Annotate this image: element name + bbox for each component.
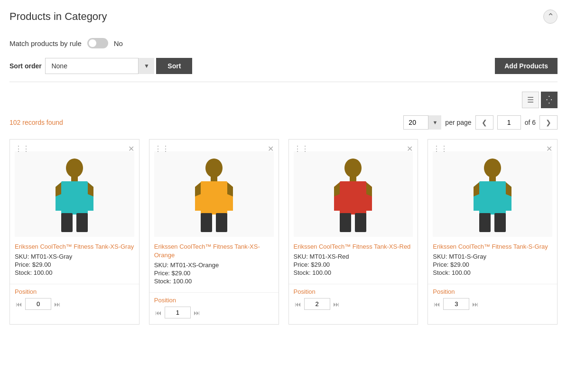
svg-point-27 (484, 159, 501, 177)
card-top: ⋮⋮ ✕ (289, 140, 418, 237)
svg-rect-5 (61, 213, 73, 232)
sort-order-select[interactable]: None Price Name SKU (45, 58, 154, 74)
svg-rect-23 (340, 213, 351, 232)
position-last-button[interactable]: ⏭ (193, 308, 201, 317)
product-image-area (154, 151, 274, 237)
list-view-button[interactable]: ☰ (522, 92, 539, 108)
svg-rect-13 (201, 181, 227, 215)
position-controls: ⏮ ⏭ (15, 298, 134, 310)
product-price: Price: $29.00 (294, 261, 413, 268)
svg-rect-4 (61, 181, 88, 215)
svg-marker-17 (227, 182, 233, 196)
records-row: 102 records found 10 20 50 100 ▼ per pag… (9, 115, 558, 130)
product-price: Price: $29.00 (154, 270, 274, 277)
total-pages: of 6 (525, 119, 536, 126)
drag-handle-icon[interactable]: ⋮⋮ (15, 144, 30, 153)
position-input[interactable] (165, 307, 191, 318)
svg-marker-35 (506, 182, 511, 196)
svg-marker-25 (334, 182, 340, 196)
svg-rect-33 (494, 213, 506, 232)
position-section: Position ⏮ ⏭ (289, 284, 418, 316)
per-page-select-wrapper: 10 20 50 100 ▼ (403, 115, 441, 130)
position-input[interactable] (443, 298, 469, 310)
add-products-button[interactable]: Add Products (495, 58, 558, 74)
collapse-button[interactable]: ⌃ (543, 9, 558, 24)
prev-page-button[interactable]: ❮ (475, 115, 493, 130)
position-label: Position (294, 288, 413, 295)
position-first-button[interactable]: ⏮ (15, 299, 23, 309)
position-last-button[interactable]: ⏭ (471, 299, 480, 309)
current-page-input[interactable] (497, 115, 521, 130)
drag-handle-icon[interactable]: ⋮⋮ (433, 144, 448, 153)
svg-marker-26 (366, 182, 372, 196)
svg-rect-15 (216, 213, 227, 232)
position-last-button[interactable]: ⏭ (332, 299, 341, 309)
sort-order-label: Sort order (9, 62, 42, 70)
position-label: Position (433, 288, 552, 295)
toggle-slider (87, 38, 108, 48)
card-top: ⋮⋮ ✕ (428, 140, 557, 237)
remove-product-button[interactable]: ✕ (546, 144, 552, 153)
position-first-button[interactable]: ⏮ (154, 308, 163, 317)
page-title: Products in Category (9, 10, 107, 23)
product-card: ⋮⋮ ✕ Erikssen CoolTech™ Fitness Tank-XS-… (149, 139, 279, 325)
position-section: Position ⏮ ⏭ (428, 284, 557, 316)
product-info: Erikssen CoolTech™ Fitness Tank-XS-Orang… (149, 237, 279, 292)
product-stock: Stock: 100.00 (433, 269, 552, 276)
position-label: Position (15, 288, 134, 295)
product-sku: SKU: MT01-S-Gray (433, 253, 552, 260)
match-no-label: No (114, 39, 123, 47)
product-stock: Stock: 100.00 (154, 278, 274, 285)
product-image-area (15, 151, 134, 237)
svg-marker-7 (56, 182, 61, 196)
svg-rect-31 (479, 181, 506, 215)
svg-point-9 (205, 159, 223, 177)
product-image-area (433, 151, 552, 237)
product-sku: SKU: MT01-XS-Red (294, 253, 413, 260)
next-page-button[interactable]: ❯ (539, 115, 558, 130)
position-section: Position ⏮ ⏭ (10, 284, 139, 316)
remove-product-button[interactable]: ✕ (128, 144, 134, 153)
product-card: ⋮⋮ ✕ Erikssen CoolTech™ Fitness Tank-XS-… (288, 139, 418, 325)
svg-rect-22 (340, 181, 366, 215)
product-sku: SKU: MT01-XS-Orange (154, 261, 274, 269)
svg-marker-8 (88, 182, 93, 196)
product-info: Erikssen CoolTech™ Fitness Tank-XS-Gray … (10, 237, 139, 284)
position-input[interactable] (25, 298, 51, 310)
position-last-button[interactable]: ⏭ (53, 299, 62, 309)
product-sku: SKU: MT01-XS-Gray (15, 253, 134, 260)
svg-point-18 (344, 159, 362, 177)
pagination: 10 20 50 100 ▼ per page ❮ of 6 ❯ (403, 115, 558, 130)
svg-rect-32 (479, 213, 491, 232)
grid-view-button[interactable]: ⁛ (541, 92, 558, 108)
sort-row: Sort order None Price Name SKU ▼ Sort Ad… (9, 58, 558, 74)
match-toggle[interactable] (87, 38, 108, 48)
product-info: Erikssen CoolTech™ Fitness Tank-S-Gray S… (428, 237, 557, 284)
position-first-button[interactable]: ⏮ (294, 299, 302, 309)
product-name: Erikssen CoolTech™ Fitness Tank-XS-Orang… (154, 243, 274, 260)
remove-product-button[interactable]: ✕ (268, 144, 274, 153)
card-top: ⋮⋮ ✕ (149, 140, 279, 237)
product-stock: Stock: 100.00 (15, 269, 134, 276)
position-label: Position (154, 297, 274, 304)
remove-product-button[interactable]: ✕ (407, 144, 413, 153)
per-page-label: per page (445, 119, 471, 126)
product-price: Price: $29.00 (433, 261, 552, 268)
position-input[interactable] (304, 298, 330, 310)
product-name: Erikssen CoolTech™ Fitness Tank-XS-Red (294, 243, 413, 251)
svg-marker-16 (195, 182, 201, 196)
product-card: ⋮⋮ ✕ Erikssen CoolTech™ Fitness Tank-S-G… (428, 139, 558, 325)
view-controls: ☰ ⁛ (9, 92, 558, 108)
sort-select-wrapper: None Price Name SKU ▼ (45, 58, 154, 74)
sort-button[interactable]: Sort (156, 58, 192, 74)
drag-handle-icon[interactable]: ⋮⋮ (154, 144, 169, 153)
drag-handle-icon[interactable]: ⋮⋮ (294, 144, 309, 153)
per-page-select[interactable]: 10 20 50 100 (403, 115, 441, 130)
svg-rect-6 (76, 213, 88, 232)
match-section: Match products by rule No (9, 38, 558, 48)
product-info: Erikssen CoolTech™ Fitness Tank-XS-Red S… (289, 237, 418, 284)
position-first-button[interactable]: ⏮ (433, 299, 441, 309)
page-header: Products in Category ⌃ (9, 9, 558, 24)
product-card: ⋮⋮ ✕ Erikssen CoolTech™ Fitness Tank-XS-… (9, 139, 139, 325)
svg-rect-14 (201, 213, 212, 232)
